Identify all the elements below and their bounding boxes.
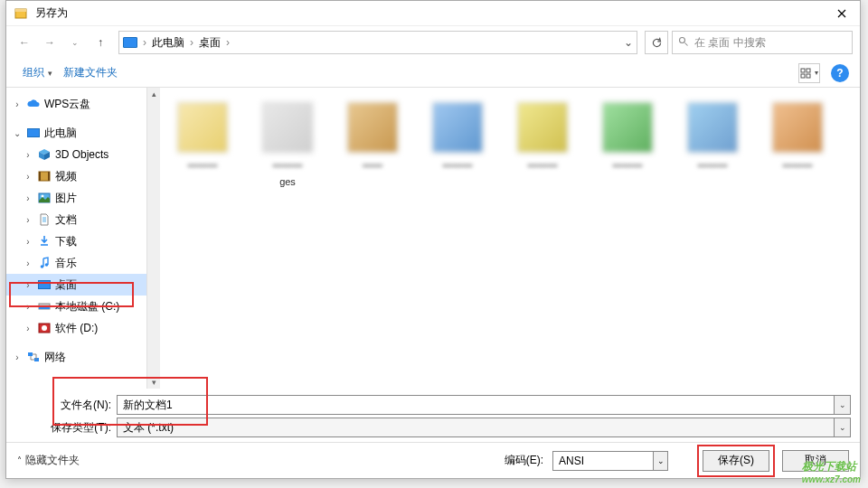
filename-label: 文件名(N): <box>6 398 117 413</box>
window-title: 另存为 <box>35 5 824 21</box>
up-button[interactable]: ↑ <box>90 32 111 53</box>
new-folder-button[interactable]: 新建文件夹 <box>58 61 123 84</box>
sidebar-item-pictures[interactable]: › 图片 <box>6 187 146 209</box>
svg-rect-6 <box>807 74 810 78</box>
filetype-select[interactable] <box>117 418 835 437</box>
svg-rect-9 <box>48 172 50 181</box>
organize-button[interactable]: 组织 ▾ <box>17 61 58 84</box>
file-item[interactable]: ▬▬▬ <box>426 102 489 189</box>
body: › WPS云盘 ⌄ 此电脑 › 3D Objects › 视频 › <box>6 88 860 389</box>
breadcrumb-current[interactable]: 桌面 <box>199 35 221 51</box>
sidebar: › WPS云盘 ⌄ 此电脑 › 3D Objects › 视频 › <box>6 88 147 389</box>
network-icon <box>26 351 41 363</box>
chevron-right-icon: › <box>23 193 33 203</box>
chevron-right-icon: › <box>143 36 146 49</box>
app-icon <box>14 6 28 21</box>
chevron-up-icon: ˄ <box>17 455 22 465</box>
file-item[interactable]: ▬▬▬ges <box>256 102 319 189</box>
back-button[interactable]: ← <box>14 32 35 53</box>
close-button[interactable] <box>824 1 860 26</box>
doc-icon <box>37 213 52 226</box>
scroll-down-icon[interactable]: ▾ <box>147 376 160 389</box>
help-button[interactable]: ? <box>831 64 849 82</box>
breadcrumb-root[interactable]: 此电脑 <box>152 35 184 51</box>
encoding-label: 编码(E): <box>505 453 543 468</box>
titlebar: 另存为 <box>6 1 860 26</box>
drive-icon <box>37 322 52 334</box>
view-button[interactable]: ▾ <box>798 63 820 83</box>
chevron-down-icon[interactable]: ⌄ <box>835 418 851 437</box>
picture-icon <box>37 192 52 204</box>
svg-point-17 <box>42 325 47 331</box>
sidebar-scrollbar[interactable]: ▴ ▾ <box>147 88 160 389</box>
bottom-bar: ˄ 隐藏文件夹 编码(E): ANSI ⌄ 保存(S) 取消 <box>6 442 860 478</box>
form-area: 文件名(N): ⌄ 保存类型(T): ⌄ <box>6 389 860 442</box>
save-button[interactable]: 保存(S) <box>703 450 769 472</box>
svg-rect-15 <box>39 307 50 309</box>
file-item[interactable]: ▬▬▬ <box>171 102 234 189</box>
sidebar-item-this-pc[interactable]: ⌄ 此电脑 <box>6 122 146 144</box>
sidebar-item-wps-cloud[interactable]: › WPS云盘 <box>6 93 146 115</box>
video-icon <box>37 170 52 183</box>
svg-rect-1 <box>15 9 26 12</box>
save-as-dialog: 另存为 ← → ⌄ ↑ › 此电脑 › 桌面 › ⌄ 在 桌面 中搜索 <box>5 0 861 479</box>
music-icon <box>37 257 52 269</box>
3d-icon <box>37 148 52 161</box>
chevron-right-icon: › <box>23 237 33 247</box>
chevron-down-icon: ▾ <box>48 69 52 78</box>
sidebar-item-drive-d[interactable]: › 软件 (D:) <box>6 317 146 339</box>
file-item[interactable]: ▬▬▬ <box>766 102 829 189</box>
navbar: ← → ⌄ ↑ › 此电脑 › 桌面 › ⌄ 在 桌面 中搜索 <box>6 26 860 59</box>
download-icon <box>37 235 52 248</box>
svg-point-12 <box>41 265 44 268</box>
file-item[interactable]: ▬▬▬ <box>681 102 744 189</box>
file-item[interactable]: ▬▬▬ <box>511 102 574 189</box>
drive-icon <box>37 300 52 313</box>
chevron-right-icon: › <box>23 258 33 268</box>
sidebar-item-downloads[interactable]: › 下载 <box>6 230 146 252</box>
forward-button[interactable]: → <box>39 32 61 53</box>
chevron-right-icon: › <box>23 280 33 290</box>
recent-dd-icon[interactable]: ⌄ <box>64 32 86 53</box>
file-item[interactable]: ▬▬▬ <box>596 102 659 189</box>
sidebar-item-network[interactable]: › 网络 <box>6 346 146 368</box>
chevron-down-icon: ⌄ <box>12 128 23 138</box>
file-grid[interactable]: ▬▬▬ ▬▬▬ges ▬▬ ▬▬▬ ▬▬▬ ▬▬▬ ▬▬▬ ▬▬▬ <box>160 88 860 389</box>
cancel-button[interactable]: 取消 <box>782 450 849 472</box>
chevron-right-icon: › <box>226 36 230 49</box>
chevron-right-icon: › <box>23 324 33 333</box>
svg-rect-4 <box>807 69 810 72</box>
pc-icon <box>123 37 137 48</box>
chevron-right-icon: › <box>23 302 33 312</box>
pc-icon <box>26 127 41 139</box>
sidebar-item-music[interactable]: › 音乐 <box>6 252 146 274</box>
address-bar[interactable]: › 此电脑 › 桌面 › ⌄ <box>118 31 637 54</box>
chevron-down-icon[interactable]: ⌄ <box>624 36 633 49</box>
filename-input[interactable] <box>117 395 835 415</box>
file-item[interactable]: ▬▬ <box>341 102 404 189</box>
hide-folders-button[interactable]: ˄ 隐藏文件夹 <box>17 453 80 468</box>
svg-point-2 <box>680 37 685 42</box>
chevron-down-icon[interactable]: ⌄ <box>835 395 851 415</box>
chevron-right-icon: › <box>23 172 33 182</box>
sidebar-item-3dobjects[interactable]: › 3D Objects <box>6 144 146 165</box>
toolbar: 组织 ▾ 新建文件夹 ▾ ? <box>6 59 860 88</box>
sidebar-item-drive-c[interactable]: › 本地磁盘 (C:) <box>6 296 146 317</box>
svg-rect-8 <box>39 172 41 181</box>
search-input[interactable]: 在 桌面 中搜索 <box>672 31 853 54</box>
chevron-right-icon: › <box>12 352 23 362</box>
sidebar-item-videos[interactable]: › 视频 <box>6 165 146 187</box>
svg-rect-18 <box>28 352 33 356</box>
search-icon <box>678 36 689 50</box>
svg-point-13 <box>45 263 49 267</box>
scroll-up-icon[interactable]: ▴ <box>147 88 160 100</box>
encoding-select[interactable]: ANSI ⌄ <box>552 451 668 471</box>
svg-rect-3 <box>801 69 805 72</box>
sidebar-item-desktop[interactable]: › 桌面 <box>6 274 146 296</box>
search-placeholder: 在 桌面 中搜索 <box>694 35 766 51</box>
sidebar-item-documents[interactable]: › 文档 <box>6 209 146 230</box>
chevron-right-icon: › <box>23 215 33 225</box>
chevron-right-icon: › <box>12 99 23 109</box>
cloud-icon <box>26 98 41 110</box>
refresh-button[interactable] <box>645 31 668 54</box>
